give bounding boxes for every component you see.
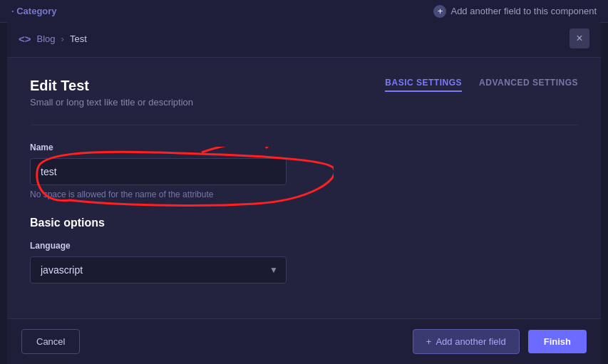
modal-title-text: Edit Test Small or long text like title … [30,78,193,108]
close-button[interactable]: × [570,28,589,48]
breadcrumb-current: Test [70,33,87,44]
footer-right: + Add another field Finish [413,329,587,354]
modal-title-section: Edit Test Small or long text like title … [30,78,578,108]
language-label: Language [30,241,578,251]
add-field-to-component[interactable]: + Add another field to this component [433,5,597,18]
tab-advanced-settings[interactable]: ADVANCED SETTINGS [479,78,578,92]
basic-options-title: Basic options [30,217,578,229]
finish-button[interactable]: Finish [528,330,587,353]
modal-title: Edit Test [30,78,193,94]
name-field-group: Name No space is allowed for the name of… [30,142,578,199]
category-label: · Category [11,6,57,16]
code-icon: <> [19,33,31,45]
add-another-field-button[interactable]: + Add another field [413,329,520,354]
plus-icon: + [426,336,432,347]
name-label: Name [30,142,578,152]
cancel-button[interactable]: Cancel [21,329,80,354]
modal-header: <> Blog › Test × [7,20,601,58]
language-select-wrapper: javascript css html typescript ▼ [30,256,287,284]
language-select[interactable]: javascript css html typescript [30,256,287,284]
name-input[interactable] [30,158,287,185]
breadcrumb-parent[interactable]: Blog [37,33,56,44]
settings-tabs: BASIC SETTINGS ADVANCED SETTINGS [385,78,578,92]
add-field-label: Add another field to this component [450,6,597,16]
modal-body: Edit Test Small or long text like title … [7,58,601,318]
plus-icon: + [433,5,446,18]
add-field-label: Add another field [436,336,505,347]
basic-options-section: Basic options Language javascript css ht… [30,217,578,284]
breadcrumb-separator: › [61,33,64,44]
modal-subtitle: Small or long text like title or descrip… [30,97,193,108]
divider [30,125,578,125]
modal-footer: Cancel + Add another field Finish [7,318,601,364]
name-hint: No space is allowed for the name of the … [30,189,578,199]
tab-basic-settings[interactable]: BASIC SETTINGS [385,78,462,92]
edit-modal: <> Blog › Test × Edit Test Small or long… [7,20,601,364]
